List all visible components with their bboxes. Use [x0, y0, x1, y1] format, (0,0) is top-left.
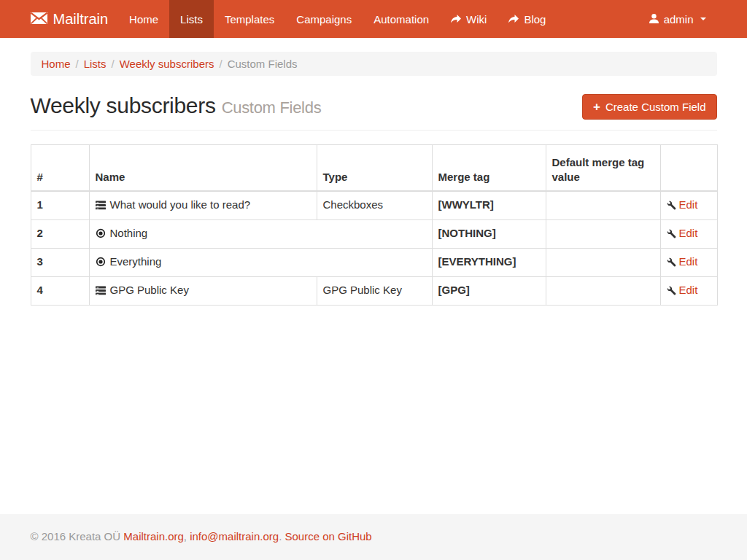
user-label: admin [664, 13, 694, 26]
breadcrumb-home[interactable]: Home [42, 58, 71, 70]
col-header-num: # [31, 145, 89, 192]
col-header-name: Name [89, 145, 317, 192]
mailtrain-org-link[interactable]: Mailtrain.org [123, 530, 184, 542]
field-name: GPG Public Key [89, 277, 317, 306]
top-navbar: Mailtrain Home Lists Templates Campaigns… [0, 0, 747, 38]
table-row: 3Everything[EVERYTHING]Edit [31, 249, 717, 277]
page-subtitle: Custom Fields [222, 98, 322, 117]
share-icon [508, 13, 519, 26]
record-icon [96, 228, 106, 242]
field-name: What would you like to read? [89, 191, 317, 220]
edit-link[interactable]: Edit [679, 284, 698, 296]
default-merge-tag-value [546, 220, 660, 249]
table-row: 4GPG Public KeyGPG Public Key[GPG]Edit [31, 277, 717, 306]
nav-item-automation[interactable]: Automation [363, 0, 440, 38]
brand-name: Mailtrain [53, 11, 109, 28]
envelope-icon [31, 11, 47, 28]
field-index: 3 [31, 249, 89, 277]
wrench-icon [667, 198, 679, 211]
col-header-actions [660, 145, 717, 192]
custom-fields-table: # Name Type Merge tag Default merge tag … [31, 144, 718, 306]
default-merge-tag-value [546, 277, 660, 306]
email-link[interactable]: info@mailtrain.org [190, 530, 279, 542]
breadcrumb: Home/Lists/Weekly subscribers/Custom Fie… [31, 52, 717, 76]
col-header-default-value: Default merge tag value [546, 145, 660, 192]
wrench-icon [667, 284, 679, 296]
field-name: Everything [89, 249, 432, 277]
col-header-merge-tag: Merge tag [432, 145, 546, 192]
record-icon [96, 256, 106, 271]
chevron-down-icon [700, 18, 706, 20]
page-title: Weekly subscribersCustom Fields [31, 93, 322, 118]
breadcrumb-weekly-subscribers[interactable]: Weekly subscribers [120, 58, 214, 70]
edit-link[interactable]: Edit [679, 227, 698, 239]
user-menu[interactable]: admin [638, 0, 717, 38]
merge-tag: [WWYLTR] [432, 191, 546, 220]
field-name: Nothing [89, 220, 432, 249]
share-icon [451, 13, 461, 26]
col-header-type: Type [317, 145, 432, 192]
footer: © 2016 Kreata OÜ Mailtrain.org, info@mai… [0, 514, 747, 560]
header-divider [31, 130, 717, 131]
list-icon [96, 199, 106, 214]
field-type: Checkboxes [317, 191, 432, 220]
merge-tag: [NOTHING] [432, 220, 546, 249]
actions-cell: Edit [660, 191, 717, 220]
wrench-icon [667, 227, 679, 239]
breadcrumb-current: Custom Fields [228, 58, 298, 70]
nav-item-templates[interactable]: Templates [214, 0, 285, 38]
plus-icon: + [593, 102, 600, 112]
nav-item-wiki[interactable]: Wiki [440, 0, 498, 38]
field-index: 1 [31, 191, 89, 220]
default-merge-tag-value [546, 191, 660, 220]
table-row: 1What would you like to read?Checkboxes[… [31, 191, 717, 220]
breadcrumb-lists[interactable]: Lists [84, 58, 107, 70]
table-row: 2Nothing[NOTHING]Edit [31, 220, 717, 249]
create-custom-field-button[interactable]: + Create Custom Field [582, 94, 717, 120]
default-merge-tag-value [546, 249, 660, 277]
user-icon [649, 13, 659, 26]
nav-item-campaigns[interactable]: Campaigns [285, 0, 363, 38]
nav-item-home[interactable]: Home [118, 0, 169, 38]
actions-cell: Edit [660, 277, 717, 306]
field-type: GPG Public Key [317, 277, 432, 306]
edit-link[interactable]: Edit [679, 255, 698, 268]
brand-logo[interactable]: Mailtrain [31, 0, 119, 38]
merge-tag: [GPG] [432, 277, 546, 306]
table-header-row: # Name Type Merge tag Default merge tag … [31, 145, 717, 192]
edit-link[interactable]: Edit [679, 198, 698, 211]
wrench-icon [667, 255, 679, 268]
merge-tag: [EVERYTHING] [432, 249, 546, 277]
field-index: 2 [31, 220, 89, 249]
nav-item-lists[interactable]: Lists [169, 0, 214, 38]
list-icon [96, 284, 106, 299]
github-source-link[interactable]: Source on GitHub [285, 530, 371, 542]
copyright-text: © 2016 Kreata OÜ [31, 530, 124, 542]
actions-cell: Edit [660, 249, 717, 277]
main-nav: Home Lists Templates Campaigns Automatio… [118, 0, 557, 38]
field-index: 4 [31, 277, 89, 306]
nav-item-blog[interactable]: Blog [498, 0, 557, 38]
actions-cell: Edit [660, 220, 717, 249]
